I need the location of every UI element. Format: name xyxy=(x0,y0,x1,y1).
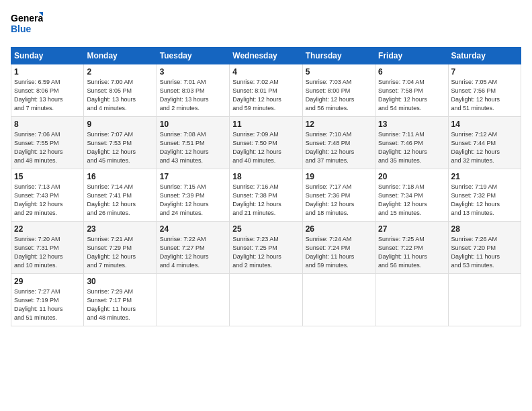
day-info: Sunrise: 7:23 AM Sunset: 7:25 PM Dayligh… xyxy=(232,235,299,270)
header-row: SundayMondayTuesdayWednesdayThursdayFrid… xyxy=(11,48,521,64)
day-number: 30 xyxy=(87,277,153,286)
calendar-header: SundayMondayTuesdayWednesdayThursdayFrid… xyxy=(11,48,521,64)
day-info: Sunrise: 7:04 AM Sunset: 7:58 PM Dayligh… xyxy=(378,78,445,113)
day-number: 5 xyxy=(306,67,372,77)
calendar-cell: 28Sunrise: 7:26 AM Sunset: 7:20 PM Dayli… xyxy=(448,222,521,274)
day-number: 13 xyxy=(378,120,445,129)
calendar-cell xyxy=(157,274,229,326)
header-cell-tuesday: Tuesday xyxy=(157,48,229,64)
svg-text:General: General xyxy=(11,13,43,24)
day-number: 25 xyxy=(232,224,299,234)
calendar-cell xyxy=(375,274,448,326)
day-number: 4 xyxy=(232,67,299,77)
calendar-cell xyxy=(230,274,302,326)
calendar-cell: 3Sunrise: 7:01 AM Sunset: 8:03 PM Daylig… xyxy=(157,64,229,117)
calendar-cell: 30Sunrise: 7:29 AM Sunset: 7:17 PM Dayli… xyxy=(84,274,157,326)
day-number: 26 xyxy=(306,224,372,234)
day-number: 12 xyxy=(306,120,372,129)
logo-svg: General Blue xyxy=(11,11,43,39)
svg-text:Blue: Blue xyxy=(11,24,32,34)
day-number: 19 xyxy=(306,172,372,181)
calendar-cell: 9Sunrise: 7:07 AM Sunset: 7:53 PM Daylig… xyxy=(84,117,157,169)
day-info: Sunrise: 7:05 AM Sunset: 7:56 PM Dayligh… xyxy=(451,78,518,113)
day-number: 7 xyxy=(451,67,518,77)
week-row: 22Sunrise: 7:20 AM Sunset: 7:31 PM Dayli… xyxy=(11,222,521,274)
logo: General Blue xyxy=(11,11,43,39)
day-info: Sunrise: 7:20 AM Sunset: 7:31 PM Dayligh… xyxy=(14,235,81,270)
header-cell-friday: Friday xyxy=(375,48,448,64)
calendar-cell: 8Sunrise: 7:06 AM Sunset: 7:55 PM Daylig… xyxy=(11,117,84,169)
day-number: 24 xyxy=(160,224,226,234)
calendar-cell: 17Sunrise: 7:15 AM Sunset: 7:39 PM Dayli… xyxy=(157,169,229,222)
calendar-cell: 29Sunrise: 7:27 AM Sunset: 7:19 PM Dayli… xyxy=(11,274,84,326)
calendar-table: SundayMondayTuesdayWednesdayThursdayFrid… xyxy=(11,47,521,326)
calendar-cell: 1Sunrise: 6:59 AM Sunset: 8:06 PM Daylig… xyxy=(11,64,84,117)
calendar-cell: 13Sunrise: 7:11 AM Sunset: 7:46 PM Dayli… xyxy=(375,117,448,169)
calendar-cell: 23Sunrise: 7:21 AM Sunset: 7:29 PM Dayli… xyxy=(84,222,157,274)
calendar-cell: 4Sunrise: 7:02 AM Sunset: 8:01 PM Daylig… xyxy=(230,64,302,117)
header-cell-sunday: Sunday xyxy=(11,48,84,64)
day-number: 17 xyxy=(160,172,226,181)
calendar-cell: 12Sunrise: 7:10 AM Sunset: 7:48 PM Dayli… xyxy=(302,117,375,169)
calendar-cell: 18Sunrise: 7:16 AM Sunset: 7:38 PM Dayli… xyxy=(230,169,302,222)
day-info: Sunrise: 7:00 AM Sunset: 8:05 PM Dayligh… xyxy=(87,78,153,113)
day-number: 18 xyxy=(232,172,299,181)
calendar-cell: 22Sunrise: 7:20 AM Sunset: 7:31 PM Dayli… xyxy=(11,222,84,274)
day-number: 1 xyxy=(14,67,81,77)
day-number: 10 xyxy=(160,120,226,129)
calendar-cell: 2Sunrise: 7:00 AM Sunset: 8:05 PM Daylig… xyxy=(84,64,157,117)
day-number: 22 xyxy=(14,224,81,234)
day-info: Sunrise: 7:21 AM Sunset: 7:29 PM Dayligh… xyxy=(87,235,153,270)
day-number: 16 xyxy=(87,172,153,181)
day-number: 3 xyxy=(160,67,226,77)
day-number: 6 xyxy=(378,67,445,77)
day-number: 29 xyxy=(14,277,81,286)
calendar-cell xyxy=(302,274,375,326)
day-info: Sunrise: 7:14 AM Sunset: 7:41 PM Dayligh… xyxy=(87,183,153,218)
day-info: Sunrise: 7:10 AM Sunset: 7:48 PM Dayligh… xyxy=(306,130,372,165)
header-cell-thursday: Thursday xyxy=(302,48,375,64)
week-row: 1Sunrise: 6:59 AM Sunset: 8:06 PM Daylig… xyxy=(11,64,521,117)
day-number: 14 xyxy=(451,120,518,129)
day-info: Sunrise: 7:19 AM Sunset: 7:32 PM Dayligh… xyxy=(451,183,518,218)
day-info: Sunrise: 7:17 AM Sunset: 7:36 PM Dayligh… xyxy=(306,183,372,218)
calendar-cell: 10Sunrise: 7:08 AM Sunset: 7:51 PM Dayli… xyxy=(157,117,229,169)
header-cell-saturday: Saturday xyxy=(448,48,521,64)
calendar-cell: 21Sunrise: 7:19 AM Sunset: 7:32 PM Dayli… xyxy=(448,169,521,222)
calendar-cell: 27Sunrise: 7:25 AM Sunset: 7:22 PM Dayli… xyxy=(375,222,448,274)
day-number: 9 xyxy=(87,120,153,129)
day-info: Sunrise: 7:03 AM Sunset: 8:00 PM Dayligh… xyxy=(306,78,372,113)
day-info: Sunrise: 7:27 AM Sunset: 7:19 PM Dayligh… xyxy=(14,287,81,322)
calendar-body: 1Sunrise: 6:59 AM Sunset: 8:06 PM Daylig… xyxy=(11,64,521,326)
day-info: Sunrise: 7:02 AM Sunset: 8:01 PM Dayligh… xyxy=(232,78,299,113)
page-header: General Blue xyxy=(11,11,521,39)
day-number: 8 xyxy=(14,120,81,129)
calendar-cell: 6Sunrise: 7:04 AM Sunset: 7:58 PM Daylig… xyxy=(375,64,448,117)
calendar-cell: 19Sunrise: 7:17 AM Sunset: 7:36 PM Dayli… xyxy=(302,169,375,222)
day-info: Sunrise: 7:13 AM Sunset: 7:43 PM Dayligh… xyxy=(14,183,81,218)
week-row: 15Sunrise: 7:13 AM Sunset: 7:43 PM Dayli… xyxy=(11,169,521,222)
day-number: 15 xyxy=(14,172,81,181)
calendar-cell: 20Sunrise: 7:18 AM Sunset: 7:34 PM Dayli… xyxy=(375,169,448,222)
calendar-cell: 7Sunrise: 7:05 AM Sunset: 7:56 PM Daylig… xyxy=(448,64,521,117)
week-row: 29Sunrise: 7:27 AM Sunset: 7:19 PM Dayli… xyxy=(11,274,521,326)
day-info: Sunrise: 6:59 AM Sunset: 8:06 PM Dayligh… xyxy=(14,78,81,113)
day-number: 21 xyxy=(451,172,518,181)
day-info: Sunrise: 7:29 AM Sunset: 7:17 PM Dayligh… xyxy=(87,287,153,322)
day-info: Sunrise: 7:25 AM Sunset: 7:22 PM Dayligh… xyxy=(378,235,445,270)
day-info: Sunrise: 7:08 AM Sunset: 7:51 PM Dayligh… xyxy=(160,130,226,165)
day-info: Sunrise: 7:07 AM Sunset: 7:53 PM Dayligh… xyxy=(87,130,153,165)
day-info: Sunrise: 7:15 AM Sunset: 7:39 PM Dayligh… xyxy=(160,183,226,218)
day-info: Sunrise: 7:16 AM Sunset: 7:38 PM Dayligh… xyxy=(232,183,299,218)
calendar-cell: 5Sunrise: 7:03 AM Sunset: 8:00 PM Daylig… xyxy=(302,64,375,117)
week-row: 8Sunrise: 7:06 AM Sunset: 7:55 PM Daylig… xyxy=(11,117,521,169)
day-number: 27 xyxy=(378,224,445,234)
calendar-cell: 25Sunrise: 7:23 AM Sunset: 7:25 PM Dayli… xyxy=(230,222,302,274)
calendar-cell xyxy=(448,274,521,326)
calendar-cell: 26Sunrise: 7:24 AM Sunset: 7:24 PM Dayli… xyxy=(302,222,375,274)
calendar-cell: 15Sunrise: 7:13 AM Sunset: 7:43 PM Dayli… xyxy=(11,169,84,222)
calendar-cell: 16Sunrise: 7:14 AM Sunset: 7:41 PM Dayli… xyxy=(84,169,157,222)
day-number: 20 xyxy=(378,172,445,181)
day-info: Sunrise: 7:09 AM Sunset: 7:50 PM Dayligh… xyxy=(232,130,299,165)
day-info: Sunrise: 7:11 AM Sunset: 7:46 PM Dayligh… xyxy=(378,130,445,165)
